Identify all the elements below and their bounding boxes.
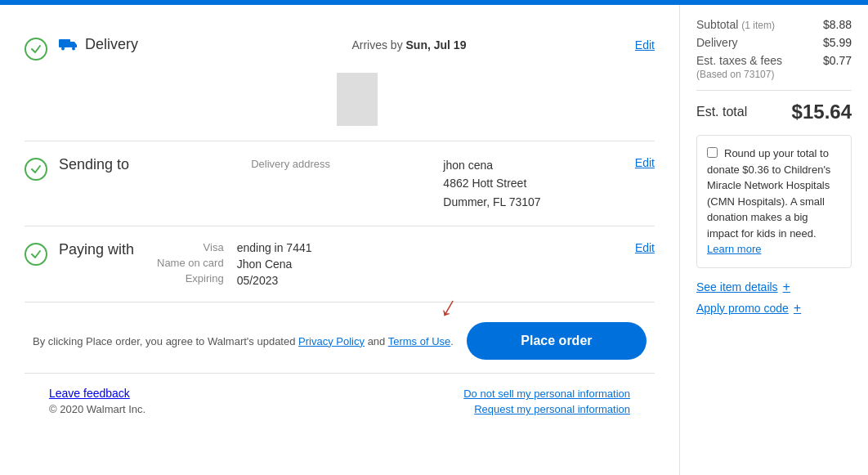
delivery-cost-label: Delivery (696, 36, 738, 49)
footer-right: Do not sell my personal information Requ… (463, 388, 630, 415)
payment-details: Visa Name on card Expiring ending in 744… (157, 241, 635, 287)
taxes-value: $0.77 (823, 54, 852, 80)
expiry-value: 05/2023 (237, 274, 312, 287)
card-type-label: Visa (157, 241, 224, 253)
subtotal-line: Subtotal (1 item) $8.88 (696, 18, 852, 31)
estimated-total-line: Est. total $15.64 (696, 90, 852, 123)
terms-of-use-link[interactable]: Terms of Use (388, 335, 451, 347)
city-state-zip: Dummer, FL 73107 (443, 193, 540, 211)
sending-to-title: Sending to (59, 156, 157, 173)
do-not-sell-link[interactable]: Do not sell my personal information (463, 388, 630, 400)
svg-point-2 (72, 47, 75, 51)
address-details: jhon cena 4862 Hott Street Dummer, FL 73… (443, 156, 540, 211)
sidebar: Subtotal (1 item) $8.88 Delivery $5.99 E… (680, 5, 868, 475)
paying-check-icon (25, 243, 47, 266)
svg-rect-0 (59, 39, 70, 47)
taxes-label: Est. taxes & fees (Based on 73107) (696, 54, 782, 80)
total-value: $15.64 (792, 101, 852, 123)
truck-icon (59, 36, 78, 53)
arrives-text: Arrives by Sun, Jul 19 (351, 38, 466, 52)
delivery-header: Delivery Arrives by Sun, Jul 19 Edit (59, 36, 655, 53)
paying-row: Paying with Visa Name on card Expiring e… (59, 241, 655, 287)
delivery-section: Delivery Arrives by Sun, Jul 19 Edit (25, 21, 655, 141)
leave-feedback-link[interactable]: Leave feedback (49, 387, 130, 400)
delivery-check-icon (25, 38, 47, 60)
name-on-card-value: Jhon Cena (237, 258, 312, 271)
donate-text: Round up your total to donate $0.36 to C… (707, 147, 830, 255)
delivery-cost-line: Delivery $5.99 (696, 36, 852, 49)
paying-edit-link[interactable]: Edit (635, 241, 655, 254)
apply-promo-plus-icon: + (794, 301, 801, 316)
apply-promo-action[interactable]: Apply promo code + (696, 301, 852, 316)
donate-checkbox[interactable] (707, 147, 718, 158)
see-items-plus-icon: + (783, 280, 790, 294)
taxes-line: Est. taxes & fees (Based on 73107) $0.77 (696, 54, 852, 80)
expiry-label: Expiring (157, 272, 224, 285)
sending-to-row: Sending to Delivery address jhon cena 48… (59, 156, 655, 211)
see-item-details-action[interactable]: See item details + (696, 280, 852, 294)
product-thumbnail (337, 73, 378, 126)
request-info-link[interactable]: Request my personal information (463, 403, 630, 415)
agreement-text: By clicking Place order, you agree to Wa… (33, 335, 454, 347)
recipient-name: jhon cena (443, 156, 540, 174)
name-on-card-label: Name on card (157, 257, 224, 269)
svg-point-1 (61, 47, 65, 51)
delivery-body: Delivery Arrives by Sun, Jul 19 Edit (59, 36, 655, 126)
learn-more-link[interactable]: Learn more (707, 243, 761, 255)
paying-with-title: Paying with (59, 241, 157, 258)
paying-body: Paying with Visa Name on card Expiring e… (59, 241, 655, 287)
main-content: Delivery Arrives by Sun, Jul 19 Edit (0, 5, 680, 475)
street-address: 4862 Hott Street (443, 174, 540, 192)
subtotal-value: $8.88 (823, 18, 852, 31)
place-order-button[interactable]: Place order (467, 322, 647, 360)
payment-values: ending in 7441 Jhon Cena 05/2023 (237, 241, 312, 287)
total-label: Est. total (696, 105, 747, 119)
footer: Leave feedback © 2020 Walmart Inc. Do no… (25, 373, 655, 428)
payment-labels: Visa Name on card Expiring (157, 241, 224, 285)
delivery-edit-link[interactable]: Edit (635, 38, 655, 52)
arrives-date: Sun, Jul 19 (406, 38, 467, 52)
place-order-section: By clicking Place order, you agree to Wa… (25, 302, 655, 373)
see-item-details-label: See item details (696, 280, 778, 294)
copyright: © 2020 Walmart Inc. (49, 403, 145, 415)
delivery-cost-value: $5.99 (823, 36, 852, 49)
delivery-title-row: Delivery (59, 36, 183, 53)
sending-to-section: Sending to Delivery address jhon cena 48… (25, 141, 655, 226)
footer-left: Leave feedback © 2020 Walmart Inc. (49, 387, 145, 415)
sending-check-icon (25, 158, 47, 181)
paying-with-section: Paying with Visa Name on card Expiring e… (25, 226, 655, 302)
sending-body: Sending to Delivery address jhon cena 48… (59, 156, 655, 211)
address-label: Delivery address (251, 156, 349, 170)
apply-promo-label: Apply promo code (696, 302, 789, 315)
sending-edit-link[interactable]: Edit (635, 156, 655, 169)
donate-section: Round up your total to donate $0.36 to C… (696, 135, 852, 268)
card-ending: ending in 7441 (237, 241, 312, 254)
privacy-policy-link[interactable]: Privacy Policy (298, 335, 365, 347)
subtotal-label: Subtotal (1 item) (696, 18, 775, 31)
delivery-title: Delivery (85, 36, 183, 53)
